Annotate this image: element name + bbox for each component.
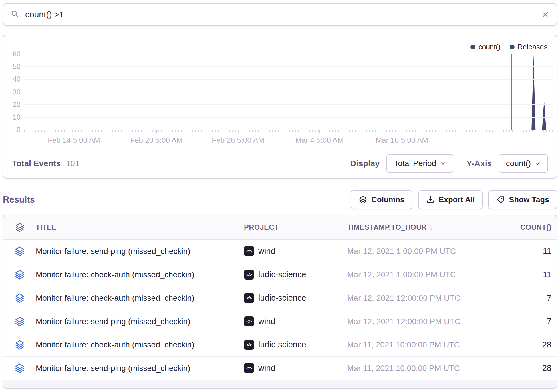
table-row: Monitor failure: send-ping (missed_check… <box>3 357 557 380</box>
search-input[interactable] <box>25 10 541 19</box>
y-axis-label: 50 <box>3 62 21 71</box>
event-timestamp: Mar 11, 2021 10:00:00 PM UTC <box>347 340 477 349</box>
event-stack-icon[interactable] <box>3 363 36 373</box>
chart-y-axis: 0102030405060 <box>3 54 21 130</box>
project-cell: </> wind <box>244 316 347 326</box>
legend-item-releases[interactable]: Releases <box>510 43 547 51</box>
project-name: ludic-science <box>258 340 306 349</box>
event-stack-icon[interactable] <box>3 270 36 280</box>
grid-line <box>24 54 553 54</box>
display-dropdown-value: Total Period <box>394 159 436 168</box>
table-body: Monitor failure: send-ping (missed_check… <box>3 240 557 380</box>
event-timestamp: Mar 12, 2021 1:00:00 PM UTC <box>347 270 477 279</box>
event-timestamp: Mar 12, 2021 12:00:00 PM UTC <box>347 294 477 303</box>
column-header-timestamp-label: TIMESTAMP.TO_HOUR <box>347 223 427 231</box>
project-name: wind <box>258 246 275 256</box>
project-cell: </> ludic-science <box>244 340 347 350</box>
event-title-link[interactable]: Monitor failure: send-ping (missed_check… <box>36 364 244 373</box>
results-actions: Columns Export All Show Tags <box>351 190 557 209</box>
legend-dot-icon <box>470 45 475 49</box>
show-tags-button-label: Show Tags <box>509 195 549 204</box>
count-spike <box>542 99 546 130</box>
columns-button[interactable]: Columns <box>351 190 412 209</box>
project-name: ludic-science <box>258 293 306 303</box>
chart-legend: count() Releases <box>470 43 547 51</box>
legend-dot-icon <box>510 45 515 49</box>
table-row: Monitor failure: check-auth (missed_chec… <box>3 286 557 310</box>
search-bar <box>3 3 557 26</box>
chevron-down-icon <box>440 161 446 166</box>
export-all-button[interactable]: Export All <box>418 190 483 209</box>
project-platform-icon: </> <box>244 316 254 326</box>
chart-x-labels: Feb 14 5:00 AMFeb 20 5:00 AMFeb 26 5:00 … <box>24 136 553 146</box>
event-count: 7 <box>477 317 551 326</box>
x-axis-label: Mar 4 5:00 AM <box>295 136 344 145</box>
total-events: Total Events 101 <box>12 159 80 168</box>
export-all-button-label: Export All <box>439 195 475 204</box>
column-header-timestamp[interactable]: TIMESTAMP.TO_HOUR↓ <box>347 223 477 232</box>
yaxis-label: Y-Axis <box>466 159 492 168</box>
y-axis-label: 10 <box>3 113 21 121</box>
yaxis-dropdown-value: count() <box>506 159 531 168</box>
x-axis-tick <box>156 130 157 133</box>
project-platform-icon: </> <box>244 340 254 350</box>
project-name: wind <box>258 317 275 326</box>
grid-line <box>24 92 553 92</box>
project-platform-icon: </> <box>244 246 254 256</box>
project-platform-icon: </> <box>244 363 254 373</box>
event-stack-icon[interactable] <box>3 316 36 327</box>
event-timestamp: Mar 12, 2021 12:00:00 PM UTC <box>347 317 477 326</box>
y-axis-label: 0 <box>3 125 21 134</box>
x-axis-tick <box>74 130 74 133</box>
table-row: Monitor failure: check-auth (missed_chec… <box>3 263 557 286</box>
chart-controls: Display Total Period Y-Axis count() <box>350 154 548 173</box>
project-cell: </> ludic-science <box>244 293 347 303</box>
event-timestamp: Mar 12, 2021 1:00:00 PM UTC <box>347 247 477 256</box>
grid-line <box>24 79 553 80</box>
event-title-link[interactable]: Monitor failure: check-auth (missed_chec… <box>36 294 244 303</box>
results-table: TITLE PROJECT TIMESTAMP.TO_HOUR↓ COUNT()… <box>3 215 557 389</box>
y-axis-label: 20 <box>3 100 21 109</box>
layers-icon <box>15 223 25 232</box>
grid-line <box>24 66 553 67</box>
event-title-link[interactable]: Monitor failure: send-ping (missed_check… <box>36 247 244 256</box>
results-header: Results Columns Export All Show Tags <box>3 189 557 210</box>
x-axis-label: Feb 14 5:00 AM <box>48 136 100 145</box>
event-count: 11 <box>477 246 551 256</box>
show-tags-button[interactable]: Show Tags <box>488 190 557 209</box>
event-title-link[interactable]: Monitor failure: check-auth (missed_chec… <box>36 340 244 349</box>
column-header-count[interactable]: COUNT() <box>477 223 551 231</box>
event-title-link[interactable]: Monitor failure: check-auth (missed_chec… <box>36 270 244 279</box>
x-axis-tick <box>402 130 402 133</box>
table-row: Monitor failure: send-ping (missed_check… <box>3 240 557 263</box>
column-header-project[interactable]: PROJECT <box>244 223 347 231</box>
event-timestamp: Mar 11, 2021 10:00:00 PM UTC <box>347 364 477 373</box>
event-title-link[interactable]: Monitor failure: send-ping (missed_check… <box>36 317 244 326</box>
table-row: Monitor failure: check-auth (missed_chec… <box>3 333 557 357</box>
event-count: 28 <box>477 363 551 373</box>
clear-search-icon[interactable] <box>541 11 549 19</box>
events-chart-panel: count() Releases 0102030405060 Feb 14 5:… <box>3 35 557 179</box>
table-header-row: TITLE PROJECT TIMESTAMP.TO_HOUR↓ COUNT() <box>3 215 557 240</box>
grid-line <box>24 104 553 105</box>
layers-icon <box>359 195 367 204</box>
x-axis-label: Feb 26 5:00 AM <box>212 136 264 145</box>
project-cell: </> wind <box>244 363 347 373</box>
columns-button-label: Columns <box>371 195 404 204</box>
download-icon <box>426 195 435 204</box>
x-axis-label: Mar 10 5:00 AM <box>376 136 428 145</box>
display-dropdown[interactable]: Total Period <box>386 154 453 173</box>
table-row: Monitor failure: send-ping (missed_check… <box>3 310 557 333</box>
chart-plot-area <box>24 54 553 130</box>
yaxis-dropdown[interactable]: count() <box>499 154 548 173</box>
event-count: 11 <box>477 270 551 279</box>
legend-item-count[interactable]: count() <box>470 43 501 51</box>
table-footer <box>3 380 557 389</box>
event-stack-icon[interactable] <box>3 293 36 303</box>
column-header-title[interactable]: TITLE <box>36 223 244 231</box>
event-stack-icon[interactable] <box>3 340 36 350</box>
display-label: Display <box>350 159 380 168</box>
y-axis-label: 30 <box>3 88 21 96</box>
project-cell: </> ludic-science <box>244 270 347 280</box>
event-stack-icon[interactable] <box>3 246 36 256</box>
